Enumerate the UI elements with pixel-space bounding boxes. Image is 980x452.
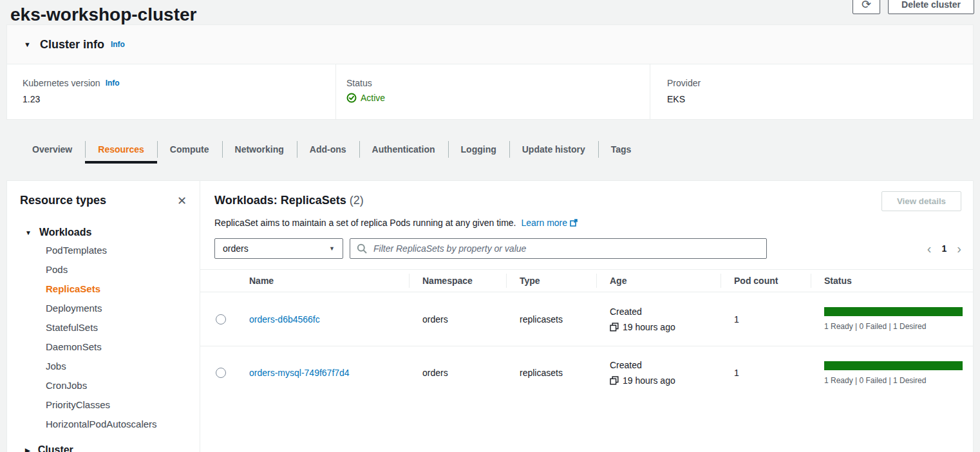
close-icon[interactable]: ✕ xyxy=(177,195,187,207)
sidebar-item-daemonsets[interactable]: DaemonSets xyxy=(46,337,187,357)
delete-cluster-button[interactable]: Delete cluster xyxy=(888,0,974,14)
cluster-tabs: Overview Resources Compute Networking Ad… xyxy=(19,137,644,162)
status-field: Status Active xyxy=(335,64,650,119)
namespace-cell: orders xyxy=(409,368,506,378)
sidebar-item-priorityclasses[interactable]: PriorityClasses xyxy=(46,395,187,415)
previous-page-icon[interactable]: ‹ xyxy=(927,242,932,255)
table-header-row: Name Namespace Type Age Pod count Status xyxy=(200,270,973,292)
cluster-info-info-link[interactable]: Info xyxy=(111,40,125,49)
table-row: orders-d6b4566fc orders replicasets Crea… xyxy=(200,292,973,346)
page-title: eks-workshop-cluster xyxy=(10,5,196,25)
table-row: orders-mysql-749f67f7d4 orders replicase… xyxy=(200,346,973,399)
expand-caret-icon[interactable]: ▼ xyxy=(24,41,31,48)
status-text: 1 Ready | 0 Failed | 1 Desired xyxy=(824,376,973,385)
provider-field: Provider EKS xyxy=(650,64,973,119)
type-cell: replicasets xyxy=(506,368,596,378)
replicaset-name-link[interactable]: orders-mysql-749f67f7d4 xyxy=(249,368,350,378)
copy-icon[interactable] xyxy=(610,376,619,385)
age-cell: Created 19 hours ago xyxy=(596,306,721,332)
replicasets-table: Name Namespace Type Age Pod count Status… xyxy=(200,269,973,399)
tab-networking[interactable]: Networking xyxy=(222,137,297,162)
tab-resources[interactable]: Resources xyxy=(85,137,157,162)
type-cell: replicasets xyxy=(506,314,596,325)
provider-label: Provider xyxy=(667,78,701,88)
row-select-radio[interactable] xyxy=(216,314,226,325)
row-select-radio[interactable] xyxy=(216,368,226,378)
tab-tags[interactable]: Tags xyxy=(598,137,645,162)
tab-compute[interactable]: Compute xyxy=(157,137,222,162)
sidebar-item-cronjobs[interactable]: CronJobs xyxy=(46,376,187,395)
filter-search-field[interactable] xyxy=(350,238,767,259)
refresh-icon: ⟳ xyxy=(862,0,871,12)
column-header-type: Type xyxy=(506,276,596,286)
sidebar-item-replicasets[interactable]: ReplicaSets xyxy=(46,279,187,299)
column-header-age: Age xyxy=(596,276,721,286)
refresh-button[interactable]: ⟳ xyxy=(853,0,880,14)
sidebar-item-podtemplates[interactable]: PodTemplates xyxy=(46,241,187,260)
kubernetes-version-value: 1.23 xyxy=(23,94,335,104)
current-page[interactable]: 1 xyxy=(942,243,947,254)
result-count: (2) xyxy=(350,194,364,207)
status-bar xyxy=(824,361,963,370)
resource-types-sidebar: Resource types ✕ ▼ Workloads PodTemplate… xyxy=(7,181,200,452)
sidebar-item-pods[interactable]: Pods xyxy=(46,260,187,279)
status-cell: 1 Ready | 0 Failed | 1 Desired xyxy=(811,361,973,385)
search-icon xyxy=(357,243,367,254)
tab-authentication[interactable]: Authentication xyxy=(359,137,448,162)
caret-right-icon: ▶ xyxy=(25,447,30,452)
namespace-filter-value: orders xyxy=(223,243,249,254)
status-bar xyxy=(824,307,963,316)
tab-add-ons[interactable]: Add-ons xyxy=(297,137,359,162)
resource-type-tree: ▼ Workloads PodTemplates Pods ReplicaSet… xyxy=(20,227,187,452)
resources-panel: Resource types ✕ ▼ Workloads PodTemplate… xyxy=(6,180,974,452)
tree-group-cluster[interactable]: ▶ Cluster xyxy=(20,444,187,452)
panel-title: Workloads: ReplicaSets (2) xyxy=(214,191,364,207)
cluster-info-card: ▼ Cluster info Info Kubernetes version I… xyxy=(6,24,974,120)
kubernetes-version-field: Kubernetes version Info 1.23 xyxy=(7,64,335,119)
resource-types-title: Resource types xyxy=(20,194,106,207)
check-circle-icon xyxy=(346,93,357,103)
cluster-info-title: Cluster info xyxy=(40,38,104,52)
column-header-name: Name xyxy=(231,276,409,286)
copy-icon[interactable] xyxy=(610,323,619,332)
panel-description: ReplicaSet aims to maintain a set of rep… xyxy=(214,218,961,228)
column-header-status: Status xyxy=(811,276,973,286)
pod-count-cell: 1 xyxy=(721,314,811,325)
provider-value: EKS xyxy=(667,94,973,104)
replicasets-panel: Workloads: ReplicaSets (2) View details … xyxy=(200,181,973,452)
status-text: 1 Ready | 0 Failed | 1 Desired xyxy=(824,322,973,331)
chevron-down-icon: ▼ xyxy=(329,245,335,252)
sidebar-item-statefulsets[interactable]: StatefulSets xyxy=(46,318,187,337)
namespace-cell: orders xyxy=(409,314,506,325)
replicaset-name-link[interactable]: orders-d6b4566fc xyxy=(249,314,320,325)
tab-overview[interactable]: Overview xyxy=(19,137,85,162)
status-label: Status xyxy=(346,78,372,88)
view-details-button[interactable]: View details xyxy=(881,191,961,211)
namespace-filter-select[interactable]: orders ▼ xyxy=(214,238,343,259)
caret-down-icon: ▼ xyxy=(25,229,32,236)
sidebar-item-jobs[interactable]: Jobs xyxy=(46,357,187,376)
kubernetes-version-info-link[interactable]: Info xyxy=(106,79,120,88)
tab-update-history[interactable]: Update history xyxy=(509,137,598,162)
external-link-icon xyxy=(570,219,578,227)
pod-count-cell: 1 xyxy=(721,368,811,378)
status-cell: 1 Ready | 0 Failed | 1 Desired xyxy=(811,307,973,331)
tree-group-workloads[interactable]: ▼ Workloads xyxy=(20,227,187,238)
age-cell: Created 19 hours ago xyxy=(596,360,721,386)
column-header-pod-count: Pod count xyxy=(721,276,811,286)
sidebar-item-horizontalpodautoscalers[interactable]: HorizontalPodAutoscalers xyxy=(46,415,187,434)
sidebar-item-deployments[interactable]: Deployments xyxy=(46,299,187,318)
cluster-info-header[interactable]: ▼ Cluster info Info xyxy=(7,25,973,64)
kubernetes-version-label: Kubernetes version xyxy=(23,78,100,88)
learn-more-link[interactable]: Learn more xyxy=(521,218,567,228)
column-header-namespace: Namespace xyxy=(409,276,506,286)
next-page-icon[interactable]: › xyxy=(957,242,961,255)
status-value: Active xyxy=(346,93,650,103)
tab-logging[interactable]: Logging xyxy=(448,137,509,162)
pagination: ‹ 1 › xyxy=(927,242,961,255)
filter-search-input[interactable] xyxy=(372,243,760,254)
